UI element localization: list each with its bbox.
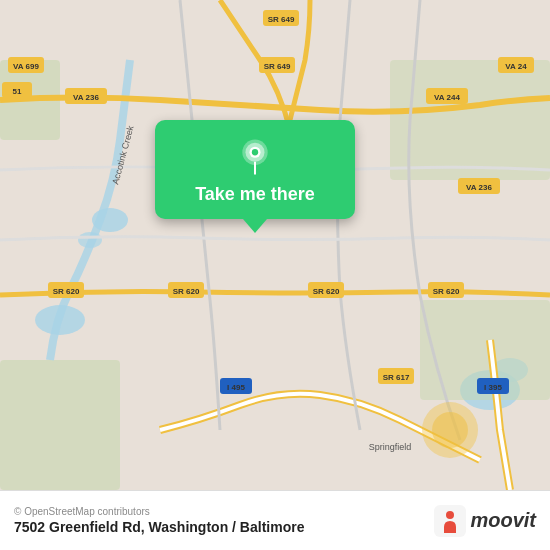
svg-text:Springfield: Springfield xyxy=(369,442,412,452)
take-me-there-popup[interactable]: Take me there xyxy=(155,120,355,219)
svg-text:SR 620: SR 620 xyxy=(173,287,200,296)
svg-text:SR 649: SR 649 xyxy=(268,15,295,24)
svg-text:SR 617: SR 617 xyxy=(383,373,410,382)
svg-text:I 395: I 395 xyxy=(484,383,502,392)
svg-point-11 xyxy=(432,412,468,448)
svg-text:SR 620: SR 620 xyxy=(53,287,80,296)
svg-text:VA 244: VA 244 xyxy=(434,93,460,102)
svg-text:VA 236: VA 236 xyxy=(466,183,492,192)
svg-text:SR 620: SR 620 xyxy=(313,287,340,296)
svg-text:VA 699: VA 699 xyxy=(13,62,39,71)
svg-text:SR 620: SR 620 xyxy=(433,287,460,296)
moovit-logo: moovit xyxy=(434,505,536,537)
copyright-text: © OpenStreetMap contributors xyxy=(14,506,426,517)
svg-text:51: 51 xyxy=(13,87,22,96)
bottom-bar: © OpenStreetMap contributors 7502 Greenf… xyxy=(0,490,550,550)
map-container: SR 649 SR 649 VA 699 VA 236 VA 244 VA 24… xyxy=(0,0,550,490)
svg-text:SR 649: SR 649 xyxy=(264,62,291,71)
svg-text:I 495: I 495 xyxy=(227,383,245,392)
svg-rect-7 xyxy=(0,360,120,490)
address-text: 7502 Greenfield Rd, Washington / Baltimo… xyxy=(14,519,426,535)
svg-point-49 xyxy=(446,511,454,519)
svg-text:VA 24: VA 24 xyxy=(505,62,527,71)
svg-point-47 xyxy=(252,149,258,155)
svg-text:VA 236: VA 236 xyxy=(73,93,99,102)
popup-label: Take me there xyxy=(195,184,315,205)
moovit-text: moovit xyxy=(470,509,536,532)
moovit-icon xyxy=(434,505,466,537)
map-background: SR 649 SR 649 VA 699 VA 236 VA 244 VA 24… xyxy=(0,0,550,490)
location-pin-icon xyxy=(236,138,274,176)
